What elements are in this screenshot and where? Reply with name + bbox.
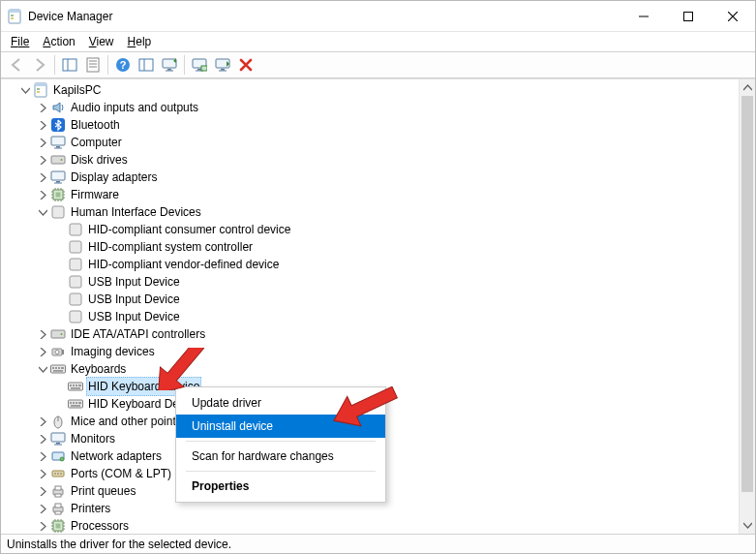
camera-icon (50, 344, 66, 359)
chevron-down-icon[interactable] (36, 362, 49, 376)
chevron-right-icon[interactable] (36, 484, 49, 498)
printer-icon (50, 483, 66, 499)
chevron-right-icon[interactable] (36, 432, 49, 446)
tree-label: Firmware (69, 186, 121, 203)
scan-hardware-button[interactable] (188, 54, 211, 76)
menu-help[interactable]: Help (122, 34, 158, 49)
tree-label: USB Input Device (86, 273, 182, 291)
tree-item-hid-child[interactable]: USB Input Device (3, 291, 755, 308)
context-uninstall-device[interactable]: Uninstall device (176, 415, 385, 438)
tree-item-audio[interactable]: Audio inputs and outputs (3, 99, 755, 116)
chevron-right-icon[interactable] (36, 449, 49, 463)
action-pane-button[interactable] (135, 54, 158, 76)
toolbar-separator (54, 55, 55, 75)
hid-icon (68, 292, 83, 307)
tree-item-hid[interactable]: Human Interface Devices (3, 203, 755, 221)
chevron-right-icon[interactable] (36, 327, 49, 341)
tree-label: Computer (69, 134, 124, 151)
tree-item-keyboards[interactable]: Keyboards (3, 360, 755, 378)
forward-button[interactable] (28, 54, 51, 76)
scroll-up-button[interactable] (740, 79, 755, 96)
show-hide-console-tree-button[interactable] (58, 54, 81, 76)
tree-item-hid-child[interactable]: HID-compliant consumer control device (3, 221, 755, 238)
chevron-down-icon[interactable] (18, 83, 32, 97)
help-button[interactable] (111, 54, 135, 76)
chevron-right-icon[interactable] (36, 345, 49, 358)
enable-device-button[interactable] (211, 54, 234, 76)
tree-label: Human Interface Devices (69, 203, 203, 221)
tree-item-hid-child[interactable]: USB Input Device (3, 308, 755, 325)
tree-label: Printers (69, 500, 112, 517)
tree-label: USB Input Device (86, 308, 182, 325)
context-separator (186, 441, 376, 442)
chevron-right-icon[interactable] (36, 519, 49, 533)
tree-label: HID-compliant vendor-defined device (86, 256, 281, 273)
tree-label: IDE ATA/ATAPI controllers (69, 325, 207, 343)
mouse-icon (50, 414, 66, 429)
chevron-right-icon[interactable] (36, 101, 49, 114)
chevron-right-icon[interactable] (36, 170, 49, 184)
tree-label: Imaging devices (69, 343, 157, 360)
back-button[interactable] (5, 54, 28, 76)
keyboard-icon (68, 379, 83, 394)
speaker-icon (50, 100, 66, 115)
window-title: Device Manager (28, 10, 621, 23)
tree-item-computer[interactable]: Computer (3, 134, 755, 151)
scroll-thumb[interactable] (741, 96, 753, 492)
hid-icon (68, 257, 83, 272)
tree-item-imaging[interactable]: Imaging devices (3, 343, 755, 360)
toolbar (1, 51, 755, 78)
tree-label: Display adapters (69, 169, 159, 186)
tree-item-firmware[interactable]: Firmware (3, 186, 755, 203)
network-icon (50, 448, 66, 464)
menu-view[interactable]: View (83, 34, 120, 49)
menubar: File Action View Help (1, 32, 755, 51)
maximize-button[interactable] (666, 1, 711, 31)
uninstall-device-button[interactable] (234, 54, 257, 76)
tree-item-disk-drives[interactable]: Disk drives (3, 151, 755, 169)
menu-file[interactable]: File (5, 34, 35, 49)
vertical-scrollbar[interactable] (739, 79, 755, 534)
disk-icon (50, 326, 66, 342)
tree-label: Audio inputs and outputs (69, 99, 200, 116)
context-properties[interactable]: Properties (176, 475, 385, 498)
status-text: Uninstalls the driver for the selected d… (7, 538, 231, 551)
monitor-icon (50, 135, 66, 150)
computer-icon (33, 82, 48, 98)
menu-action[interactable]: Action (37, 34, 80, 49)
tree-item-hid-child[interactable]: USB Input Device (3, 273, 755, 291)
update-driver-button[interactable] (158, 54, 181, 76)
chevron-right-icon[interactable] (36, 118, 49, 132)
tree-label: USB Input Device (86, 291, 182, 308)
tree-label: Keyboards (69, 360, 128, 378)
chip-icon (50, 187, 66, 202)
chevron-right-icon[interactable] (36, 136, 49, 149)
minimize-button[interactable] (621, 1, 666, 31)
tree-item-hid-child[interactable]: HID-compliant vendor-defined device (3, 256, 755, 273)
scroll-down-button[interactable] (740, 517, 755, 534)
app-icon (7, 9, 22, 24)
chevron-right-icon[interactable] (36, 188, 49, 201)
tree-root[interactable]: KapilsPC (3, 81, 755, 99)
chevron-right-icon[interactable] (36, 502, 49, 515)
tree-item-processors[interactable]: Processors (3, 517, 755, 534)
tree-item-hid-child[interactable]: HID-compliant system controller (3, 238, 755, 256)
chevron-down-icon[interactable] (36, 205, 49, 219)
scroll-track[interactable] (740, 96, 755, 517)
hid-icon (50, 204, 66, 220)
chevron-right-icon[interactable] (36, 415, 49, 428)
tree-item-bluetooth[interactable]: Bluetooth (3, 116, 755, 134)
tree-item-display-adapters[interactable]: Display adapters (3, 169, 755, 186)
context-scan-hardware[interactable]: Scan for hardware changes (176, 445, 385, 468)
disk-icon (50, 152, 66, 168)
close-button[interactable] (711, 1, 755, 31)
tree-label: Bluetooth (69, 116, 122, 134)
context-update-driver[interactable]: Update driver (176, 391, 385, 415)
properties-button[interactable] (81, 54, 105, 76)
tree-item-ide[interactable]: IDE ATA/ATAPI controllers (3, 325, 755, 343)
keyboard-icon (50, 361, 66, 377)
tree-label: Processors (69, 517, 131, 534)
chevron-right-icon[interactable] (36, 467, 49, 480)
chevron-right-icon[interactable] (36, 153, 49, 167)
chip-icon (50, 518, 66, 534)
